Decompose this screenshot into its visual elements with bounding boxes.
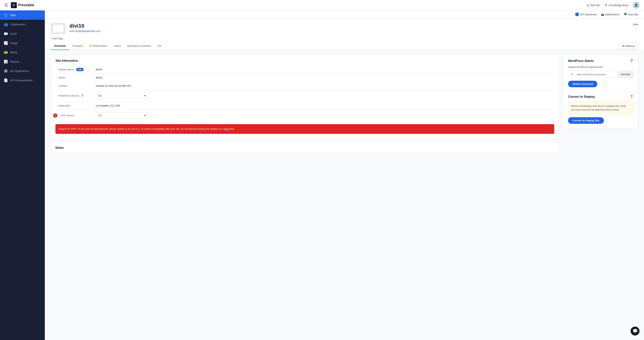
value-display-name: divi10 <box>93 65 554 74</box>
sidebar-item-label: Collaborators <box>10 23 26 26</box>
staging-help-icon[interactable]: ❓ <box>630 95 633 98</box>
view-site-button[interactable]: 🖥️ View Site <box>624 13 638 16</box>
topbar-right: ⊕ Add Site ❓ Knowledge Base 👤 <box>587 2 640 8</box>
chevron-down-icon: ▾ <box>144 114 146 117</box>
sidebar-item-label: Reports <box>10 60 19 63</box>
value-name: divi10 <box>93 74 554 82</box>
sidebar: 🌐 Sites 👥 Collaborators ✉️ Email 📈 Usage… <box>0 10 45 340</box>
sidebar-item-reports[interactable]: 📊 Reports <box>0 57 45 66</box>
update-password-button[interactable]: Update Password <box>568 81 597 87</box>
label-php-version: 1 PHP Version <box>56 110 93 121</box>
tab-performance-label: Performance <box>92 44 107 47</box>
table-row-created: Created October 12, 2021 02:25 PM UTC <box>56 82 554 90</box>
site-name: divi10 <box>70 23 630 29</box>
tab-users[interactable]: Users <box>110 42 124 50</box>
value-php-version: 7.4 ▾ <box>93 110 554 121</box>
wordpress-icon: 🔵 <box>575 12 579 16</box>
billing-icon: 💳 <box>4 50 8 54</box>
tab-overview[interactable]: Overview <box>51 42 69 50</box>
value-wp-version: 6.0 ▾ <box>93 90 554 102</box>
usage-icon: 📈 <box>4 41 8 45</box>
chat-bubble-button[interactable]: 💬 <box>630 327 640 336</box>
clone-link[interactable]: clone <box>224 128 230 130</box>
sidebar-item-api-documentation[interactable]: 📄 API Documentation <box>0 76 45 85</box>
label-name: Name <box>56 74 93 82</box>
hamburger-icon[interactable]: ☰ <box>4 3 8 7</box>
new-password-input[interactable] <box>576 71 618 78</box>
plus-circle-icon: ⊕ <box>587 4 589 7</box>
wp-update-label: Update WordPress password for <box>568 66 633 68</box>
tab-domains-label: Domains <box>72 44 83 47</box>
site-tabs: Overview Domains Performance Users Backu… <box>51 42 638 50</box>
php-version-select[interactable]: 7.4 ▾ <box>96 112 148 119</box>
wp-dashboard-button[interactable]: 🔵 WP Dashboard <box>575 12 596 16</box>
table-row-display-name: Display Name Edit divi10 <box>56 65 554 74</box>
wp-version-select[interactable]: 6.0 ▾ <box>96 93 148 99</box>
sidebar-item-billing[interactable]: 💳 Billing <box>0 48 45 57</box>
generate-password-button[interactable]: Generate <box>618 71 633 78</box>
site-thumb-inner <box>53 24 64 33</box>
divider <box>568 91 633 91</box>
tab-backups[interactable]: Backups & Restores <box>124 42 154 50</box>
add-site-label: Add Site <box>590 4 600 7</box>
wp-admin-help-icon[interactable]: ❓ <box>630 59 633 63</box>
sidebar-item-sites[interactable]: 🌐 Sites <box>0 10 45 20</box>
eye-icon[interactable]: 👁 <box>568 71 576 78</box>
sites-icon: 🌐 <box>4 13 8 17</box>
tab-domains[interactable]: Domains <box>69 42 86 50</box>
convert-to-staging-section: Convert to Staging ❓ Before converting a… <box>568 95 633 124</box>
add-tags-button[interactable]: + Add Tags <box>51 37 638 40</box>
secondary-toolbar: 🔵 WP Dashboard 🗃️ phpMyAdmin 🖥️ View Sit… <box>45 10 644 18</box>
staging-notice: Before converting a live site to a stagi… <box>568 101 633 114</box>
logo: P Pressable <box>11 2 34 8</box>
sidebar-item-collaborators[interactable]: 👥 Collaborators <box>0 20 45 29</box>
main-content: 🔵 WP Dashboard 🗃️ phpMyAdmin 🖥️ View Sit… <box>45 10 644 340</box>
site-status-badge: Live <box>633 23 638 26</box>
add-site-button[interactable]: ⊕ Add Site <box>587 4 600 7</box>
phpmyadmin-label: phpMyAdmin <box>605 13 619 16</box>
edit-display-name-button[interactable]: Edit <box>76 68 84 71</box>
chat-icon: 💬 <box>632 329 638 334</box>
knowledge-base-button[interactable]: ❓ Knowledge Base <box>604 4 628 7</box>
site-information-title: Site Information <box>56 59 554 62</box>
user-avatar[interactable]: 👤 <box>633 2 640 8</box>
logo-icon: P <box>11 2 17 8</box>
wp-dashboard-label: WP Dashboard <box>580 13 596 16</box>
tab-git[interactable]: Git <box>154 42 164 50</box>
tab-git-label: Git <box>158 44 161 47</box>
password-field: 👁 Generate <box>568 71 633 78</box>
phpmyadmin-button[interactable]: 🗃️ phpMyAdmin <box>601 13 619 16</box>
content-area: Site Information Display Name Edit divi1… <box>45 50 644 158</box>
actions-button[interactable]: ⚙ Actions ▾ <box>619 43 638 49</box>
collaborators-icon: 👥 <box>4 22 8 26</box>
sidebar-item-label: API Documentation <box>10 79 33 82</box>
label-wp-version: WordPress Version ❓ <box>56 90 93 102</box>
table-row-datacenter: Datacenter Los Angeles, CA, USA <box>56 102 554 110</box>
wp-version-help-icon[interactable]: ❓ <box>81 94 84 97</box>
tab-performance[interactable]: Performance <box>86 42 110 50</box>
logo-text: Pressable <box>18 3 34 7</box>
site-url[interactable]: divi0.myspagingwebsite.com <box>70 30 630 32</box>
table-row-wp-version: WordPress Version ❓ 6.0 ▾ <box>56 90 554 102</box>
site-info-table: Display Name Edit divi10 Name divi10 <box>56 65 554 121</box>
sidebar-item-api-applications[interactable]: ⚙️ API Applications <box>0 66 45 76</box>
table-row-php-version: 1 PHP Version 7.4 ▾ <box>56 110 554 121</box>
sidebar-item-usage[interactable]: 📈 Usage <box>0 38 45 48</box>
sidebar-item-email[interactable]: ✉️ Email <box>0 29 45 38</box>
label-created: Created <box>56 82 93 90</box>
value-created: October 12, 2021 02:25 PM UTC <box>93 82 554 90</box>
chevron-down-icon: ▾ <box>144 94 146 97</box>
topbar: ☰ P Pressable ⊕ Add Site ❓ Knowledge Bas… <box>0 0 644 10</box>
wordpress-admin-section: WordPress Admin ❓ Update WordPress passw… <box>568 59 633 87</box>
question-circle-icon: ❓ <box>604 4 608 7</box>
tabs-left: Overview Domains Performance Users Backu… <box>51 42 164 50</box>
content-right: WordPress Admin ❓ Update WordPress passw… <box>563 54 638 154</box>
label-datacenter: Datacenter <box>56 102 93 110</box>
value-datacenter: Los Angeles, CA, USA <box>93 102 554 110</box>
notes-card: Notes <box>51 142 559 154</box>
view-site-label: View Site <box>628 13 638 16</box>
convert-to-staging-button[interactable]: Convert to Staging Site <box>568 117 604 124</box>
reports-icon: 📊 <box>4 60 8 64</box>
performance-dot-indicator <box>90 45 91 47</box>
wp-admin-card: WordPress Admin ❓ Update WordPress passw… <box>563 54 638 128</box>
